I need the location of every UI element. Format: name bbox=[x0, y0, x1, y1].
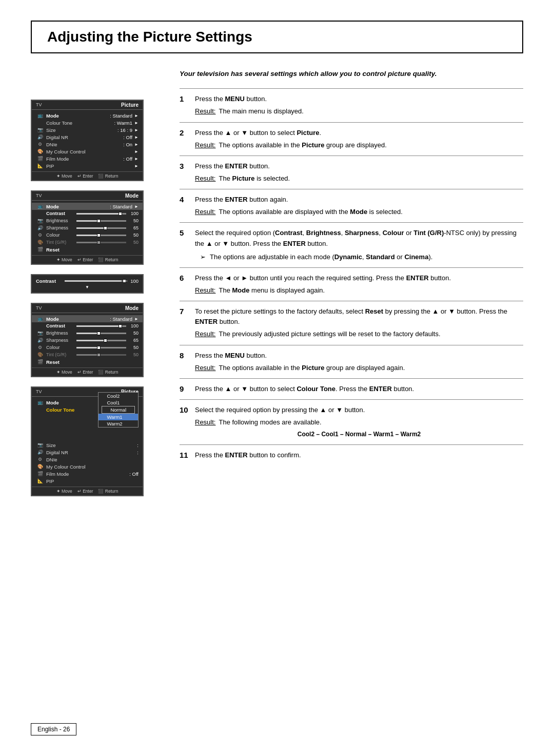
contrast-slider bbox=[76, 213, 126, 215]
table-row: Colour Tone : Warm1 ► bbox=[32, 119, 143, 126]
tv-header-2: TV Mode bbox=[32, 191, 143, 201]
tv-body-2: 📺 Mode : Standard ► Contrast 100 bbox=[32, 201, 143, 255]
sharpness-slider bbox=[76, 227, 126, 229]
brightness-slider bbox=[76, 220, 126, 222]
list-item: 7 To reset the picture settings to the f… bbox=[180, 301, 523, 344]
table-row: 📷 Brightness 50 bbox=[32, 217, 143, 224]
list-item: 8 Press the MENU button. Result: The opt… bbox=[180, 345, 523, 378]
tint-slider bbox=[76, 242, 126, 243]
title-box: Adjusting the Picture Settings bbox=[31, 21, 523, 53]
table-row: 🎬 Reset bbox=[32, 246, 143, 253]
tv-screen-1: TV Picture 📺 Mode : Standard ► Colour To… bbox=[31, 100, 144, 181]
table-row: Contrast 100 bbox=[32, 322, 143, 329]
table-row: 🔊 Digital NR : bbox=[32, 449, 143, 456]
tv-screen-5: TV Picture 📺 Mode : Standard Colour Tone bbox=[31, 386, 144, 496]
tv-footer-4: ✦ Move ↵ Enter ⬛ Return bbox=[32, 367, 143, 376]
content-area: TV Picture 📺 Mode : Standard ► Colour To… bbox=[31, 69, 523, 496]
intro-text: Your television has several settings whi… bbox=[180, 69, 523, 79]
page-footer: English - 26 bbox=[31, 723, 523, 735]
tv-label-1: TV bbox=[36, 102, 42, 108]
channel-icon: 📺 bbox=[36, 113, 44, 118]
contrast-bar bbox=[65, 280, 127, 282]
tv-footer-5: ✦ Move ↵ Enter ⬛ Return bbox=[32, 487, 143, 495]
tv-screen-2: TV Mode 📺 Mode : Standard ► Contrast bbox=[31, 190, 144, 265]
page: Adjusting the Picture Settings TV Pictur… bbox=[0, 0, 554, 756]
contrast-row: Contrast 100 bbox=[36, 278, 138, 284]
list-item: 6 Press the ◄ or ► button until you reac… bbox=[180, 267, 523, 301]
table-row: 📷 Brightness 50 bbox=[32, 329, 143, 337]
table-row: 🎬 Reset bbox=[32, 358, 143, 365]
list-item: 11 Press the ENTER button to confirm. bbox=[180, 444, 523, 466]
list-item: 9 Press the ▲ or ▼ button to select Colo… bbox=[180, 378, 523, 399]
tv-header-1: TV Picture bbox=[32, 101, 143, 110]
colour-slider bbox=[76, 235, 126, 236]
tv-body-4: 📺 Mode : Standard ► Contrast 100 bbox=[32, 313, 143, 367]
tv-screen-3: Contrast 100 ▼ bbox=[31, 274, 144, 294]
table-row: 🎨 Tint (G/R) 50 bbox=[32, 351, 143, 358]
tv-footer-1: ✦ Move ↵ Enter ⬛ Return bbox=[32, 171, 143, 180]
table-row: 🔊 Digital NR : Off ► bbox=[32, 133, 143, 141]
table-row: 📺 Mode : Standard ► bbox=[32, 315, 143, 322]
left-column: TV Picture 📺 Mode : Standard ► Colour To… bbox=[31, 69, 164, 496]
table-row: 🔊 Sharpness 65 bbox=[32, 337, 143, 344]
table-row: 🎬 Film Mode : Off bbox=[32, 470, 143, 477]
list-item: 1 Press the MENU button. Result: The mai… bbox=[180, 88, 523, 122]
table-row: 📺 Mode : Standard ► bbox=[32, 203, 143, 210]
table-row: 📐 PIP bbox=[32, 477, 143, 484]
list-item: 10 Select the required option by pressin… bbox=[180, 399, 523, 444]
table-row: Colour Tone Cool2 Cool1 Normal Warm1 War… bbox=[32, 406, 143, 413]
table-row: ⚙ Colour 50 bbox=[32, 231, 143, 239]
tv-body-1: 📺 Mode : Standard ► Colour Tone : Warm1 … bbox=[32, 110, 143, 171]
table-row: ⚙ DNIe : On ► bbox=[32, 141, 143, 148]
table-row: ⚙ Colour 50 bbox=[32, 344, 143, 351]
table-row: 📐 PIP ► bbox=[32, 162, 143, 169]
footer-page-label: English - 26 bbox=[31, 723, 76, 735]
list-item: 5 Select the required option (Contrast, … bbox=[180, 222, 523, 267]
modes-line: Cool2 – Cool1 – Normal – Warm1 – Warm2 bbox=[195, 430, 523, 439]
table-row: 🔊 Sharpness 65 bbox=[32, 224, 143, 231]
table-row: 📷 Size : bbox=[32, 441, 143, 449]
tv-header-4: TV Mode bbox=[32, 304, 143, 313]
right-column: Your television has several settings whi… bbox=[180, 69, 523, 496]
steps-list: 1 Press the MENU button. Result: The mai… bbox=[180, 88, 523, 466]
table-row: 📷 Size : 16 : 9 ► bbox=[32, 126, 143, 133]
list-item: 2 Press the ▲ or ▼ button to select Pict… bbox=[180, 122, 523, 156]
table-row: 📺 Mode : Standard ► bbox=[32, 112, 143, 119]
table-row: 🎬 Film Mode : Off ► bbox=[32, 155, 143, 162]
page-title: Adjusting the Picture Settings bbox=[47, 29, 252, 45]
table-row: ⚙ DNIe bbox=[32, 456, 143, 463]
caret-icon: ▼ bbox=[36, 285, 138, 289]
tv-screen-4: TV Mode 📺 Mode : Standard ► Contrast bbox=[31, 303, 144, 377]
tv-footer-2: ✦ Move ↵ Enter ⬛ Return bbox=[32, 255, 143, 264]
table-row: 🎨 Tint (G/R) 50 bbox=[32, 239, 143, 246]
list-item: 4 Press the ENTER button again. Result: … bbox=[180, 189, 523, 222]
table-row: 🎨 My Colour Control ► bbox=[32, 148, 143, 155]
tv-body-5: 📺 Mode : Standard Colour Tone Cool2 Cool… bbox=[32, 397, 143, 487]
note-arrow-icon: ➢ bbox=[200, 252, 206, 262]
colour-tone-dropdown: Cool2 Cool1 Normal Warm1 Warm2 bbox=[98, 392, 138, 428]
list-item: 3 Press the ENTER button. Result: The Pi… bbox=[180, 156, 523, 189]
table-row: 🎨 My Colour Control bbox=[32, 463, 143, 470]
table-row: Contrast 100 bbox=[32, 210, 143, 217]
